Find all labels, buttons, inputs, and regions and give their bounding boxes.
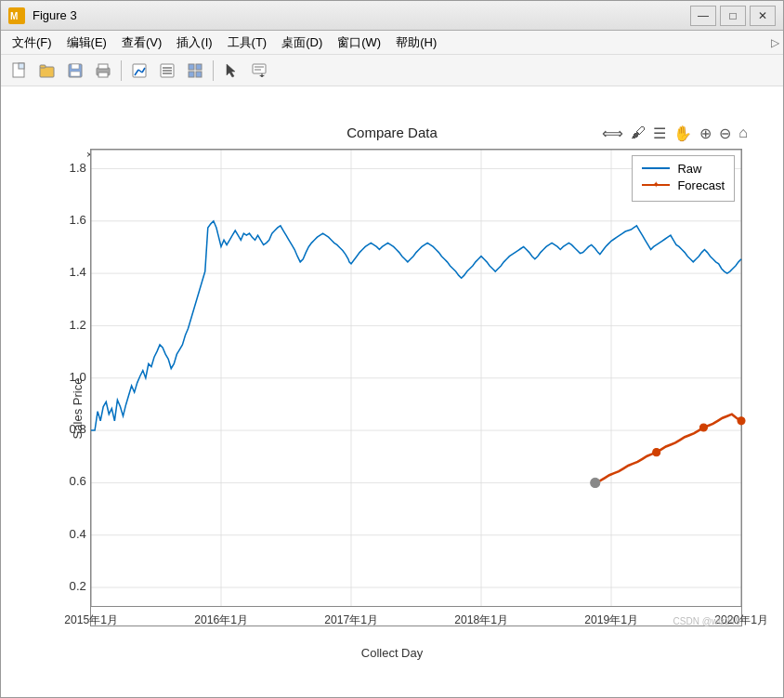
svg-rect-6 [40,65,46,68]
pan-icon[interactable]: ⟺ [600,123,625,144]
legend-raw-line [642,167,670,169]
chart-toolbar: ⟺ 🖌 ☰ ✋ ⊕ ⊖ ⌂ [600,123,750,144]
edit-figure-icon [131,62,148,79]
menu-insert[interactable]: 插入(I) [169,33,219,53]
new-icon [11,62,28,79]
y-tick-0.2: 0.2 [70,579,86,593]
svg-rect-11 [98,64,108,69]
matlab-icon: M [8,7,25,24]
chart-svg: 0.2 0.4 0.6 0.8 1.0 1.2 1.4 1.6 1.8 2015… [91,150,741,626]
matlab-figure-window: M Figure 3 — □ ✕ 文件(F) 编辑(E) 查看(V) 插入(I)… [0,0,784,698]
subplot-icon [187,62,203,79]
chart-frame: 0.2 0.4 0.6 0.8 1.0 1.2 1.4 1.6 1.8 2015… [90,149,742,626]
edit-figure-button[interactable] [126,59,152,83]
svg-rect-8 [72,64,79,69]
toolbar-separator-2 [213,60,214,81]
pointer-button[interactable] [218,59,244,83]
menu-desktop[interactable]: 桌面(D) [274,33,330,53]
menu-tools[interactable]: 工具(T) [220,33,275,53]
svg-rect-22 [196,64,202,70]
y-tick-1.8: 1.8 [70,160,86,174]
svg-text:M: M [10,11,18,21]
title-bar: M Figure 3 — □ ✕ [1,1,783,31]
brush-icon[interactable]: 🖌 [629,123,647,144]
forecast-end-dot [738,416,745,424]
x-tick-2019: 2019年1月 [584,612,638,626]
minimize-button[interactable]: — [690,6,716,26]
window-title: Figure 3 [33,8,683,22]
chart-legend: Raw ✦ Forecast [632,155,735,202]
chart-title: Compare Data [346,125,438,140]
svg-marker-25 [227,64,235,77]
window-controls: — □ ✕ [690,6,776,26]
subplot-button[interactable] [182,59,208,83]
x-tick-2015: 2015年1月 [64,612,118,626]
y-tick-1.4: 1.4 [70,265,86,279]
menu-bar: 文件(F) 编辑(E) 查看(V) 插入(I) 工具(T) 桌面(D) 窗口(W… [1,31,783,55]
print-icon [95,62,111,79]
legend-forecast-item: ✦ Forecast [642,178,725,192]
forecast-data-line [595,414,741,482]
save-icon [67,62,84,79]
close-button[interactable]: ✕ [750,6,776,26]
svg-rect-23 [189,72,194,77]
pointer-icon [223,62,240,79]
zoom-out-icon[interactable]: ⊖ [717,123,733,144]
menu-file[interactable]: 文件(F) [5,33,59,53]
x-tick-2017: 2017年1月 [324,612,378,626]
forecast-dot-2 [699,423,707,430]
open-icon [39,62,56,79]
legend-forecast-line: ✦ [642,184,670,186]
y-tick-1.6: 1.6 [70,212,86,226]
y-tick-0.8: 0.8 [70,422,86,436]
x-tick-2018: 2018年1月 [454,612,508,626]
svg-rect-9 [71,72,80,76]
watermark: CSDN @wlz249 [673,616,740,626]
docked-arrow: ▷ [771,36,779,49]
grab-icon[interactable]: ✋ [672,123,694,144]
svg-rect-5 [40,67,54,77]
legend-icon[interactable]: ☰ [651,123,668,144]
plot-container: Compare Data ⟺ 🖌 ☰ ✋ ⊕ ⊖ ⌂ ×10⁵ Sales Pr… [34,123,750,662]
y-tick-1.0: 1.0 [70,369,86,383]
maximize-button[interactable]: □ [720,6,746,26]
svg-rect-21 [189,64,194,70]
new-button[interactable] [7,59,33,83]
zoom-in-icon[interactable]: ⊕ [698,123,713,144]
save-button[interactable] [62,59,88,83]
data-cursor-icon [251,62,268,79]
plot-area: Compare Data ⟺ 🖌 ☰ ✋ ⊕ ⊖ ⌂ ×10⁵ Sales Pr… [1,86,783,697]
menu-window[interactable]: 窗口(W) [330,33,388,53]
home-icon[interactable]: ⌂ [737,123,750,144]
forecast-mid-dot [653,448,660,455]
toolbar-separator-1 [121,60,122,81]
property-icon [159,62,176,79]
svg-rect-4 [19,63,24,69]
y-tick-0.6: 0.6 [70,474,86,488]
data-cursor-button[interactable] [246,59,272,83]
svg-rect-12 [98,72,108,77]
open-button[interactable] [34,59,60,83]
forecast-start-dot [591,478,600,487]
property-editor-button[interactable] [154,59,180,83]
menu-help[interactable]: 帮助(H) [388,33,444,53]
menu-edit[interactable]: 编辑(E) [59,33,114,53]
legend-raw-item: Raw [642,162,725,176]
svg-rect-26 [253,64,266,73]
toolbar [1,55,783,86]
menu-view[interactable]: 查看(V) [114,33,169,53]
print-button[interactable] [90,59,116,83]
legend-forecast-label: Forecast [677,178,725,192]
x-axis-label: Collect Day [361,646,423,660]
y-tick-0.4: 0.4 [70,526,86,540]
x-tick-2016: 2016年1月 [194,612,248,626]
svg-rect-24 [196,72,202,77]
legend-raw-label: Raw [677,162,701,176]
y-tick-1.2: 1.2 [70,317,86,331]
